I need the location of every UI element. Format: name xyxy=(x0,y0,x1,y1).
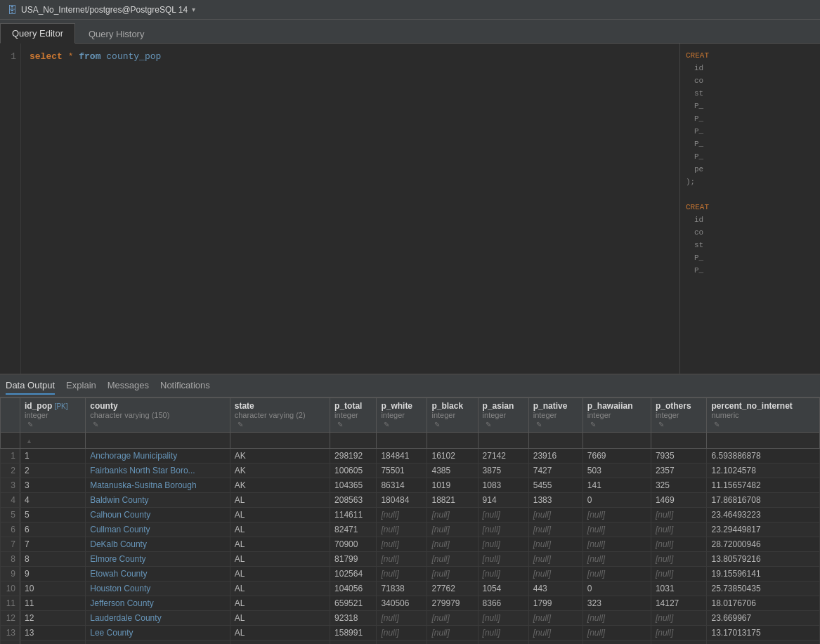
col-edit-icon-p-total[interactable]: ✎ xyxy=(337,421,343,428)
cell-null: [null] xyxy=(427,508,478,523)
dropdown-arrow[interactable]: ▾ xyxy=(192,6,195,13)
cell-null: [null] xyxy=(583,552,651,567)
tab-notifications[interactable]: Notifications xyxy=(160,377,210,395)
editor-area: 1 select * from county_pop xyxy=(0,44,679,374)
scratch-st2: st xyxy=(686,239,814,251)
tab-explain[interactable]: Explain xyxy=(66,377,96,395)
col-edit-icon-p-white[interactable]: ✎ xyxy=(384,421,389,428)
cell-p-total: 81799 xyxy=(330,552,377,567)
cell-null: [null] xyxy=(583,626,651,640)
data-table-container[interactable]: id_pop [PK] integer ✎ county character v… xyxy=(0,397,820,644)
cell-null: [null] xyxy=(583,567,651,581)
table-row: 2 2 Fairbanks North Star Boro... AK 1006… xyxy=(1,464,820,478)
col-edit-icon-p-hawaiian[interactable]: ✎ xyxy=(590,421,596,428)
scratch-p1: P_ xyxy=(686,100,814,112)
col-sort-id-pop[interactable]: ▲ xyxy=(20,433,86,449)
cell-id-pop: 1 xyxy=(20,449,86,464)
cell-p-total: 92753 xyxy=(330,640,377,645)
cell-value: 1799 xyxy=(528,596,583,611)
cell-state: AL xyxy=(230,626,330,640)
bottom-panel: Data Output Explain Messages Notificatio… xyxy=(0,374,820,644)
col-edit-icon-p-asian[interactable]: ✎ xyxy=(486,421,491,428)
code-editor[interactable]: select * from county_pop xyxy=(21,44,679,374)
col-header-id-pop[interactable]: id_pop [PK] integer ✎ xyxy=(20,398,86,433)
col-header-p-total[interactable]: p_total integer ✎ xyxy=(330,398,377,433)
tab-query-editor[interactable]: Query Editor xyxy=(0,23,75,44)
line-number-1: 1 xyxy=(7,49,16,65)
scratch-p3: P_ xyxy=(686,125,814,138)
cell-state: AL xyxy=(230,508,330,523)
col-edit-icon-id-pop[interactable]: ✎ xyxy=(27,421,33,428)
table-row: 9 9 Etowah County AL 102564 [null] [null… xyxy=(1,567,820,581)
cell-value: 340506 xyxy=(377,596,427,611)
table-name: county_pop xyxy=(106,51,161,62)
cell-null: [null] xyxy=(377,611,427,626)
col-sort-state[interactable] xyxy=(230,433,330,449)
cell-null: [null] xyxy=(651,567,707,581)
cell-value: 16102 xyxy=(427,449,478,464)
cell-null: [null] xyxy=(583,508,651,523)
row-number: 9 xyxy=(1,567,20,581)
cell-percent: 16.64366374 xyxy=(707,640,820,645)
cell-null: [null] xyxy=(651,508,707,523)
col-edit-icon-p-native[interactable]: ✎ xyxy=(536,421,542,428)
col-sort-p-black[interactable] xyxy=(427,433,478,449)
col-sort-county[interactable] xyxy=(86,433,230,449)
col-header-p-asian[interactable]: p_asian integer ✎ xyxy=(478,398,528,433)
tab-messages[interactable]: Messages xyxy=(108,377,149,395)
scratch-p5: P_ xyxy=(686,150,814,163)
col-header-percent-no-internet[interactable]: percent_no_internet numeric ✎ xyxy=(707,398,820,433)
col-sort-p-asian[interactable] xyxy=(478,433,528,449)
cell-null: [null] xyxy=(528,626,583,640)
cell-null: [null] xyxy=(478,567,528,581)
cell-county: Fairbanks North Star Boro... xyxy=(86,464,230,478)
cell-null: [null] xyxy=(651,611,707,626)
cell-null: [null] xyxy=(583,537,651,552)
cell-null: [null] xyxy=(478,508,528,523)
col-edit-icon-state[interactable]: ✎ xyxy=(237,421,243,428)
cell-county: Cullman County xyxy=(86,523,230,537)
cell-value: 1083 xyxy=(478,478,528,493)
cell-state: AL xyxy=(230,552,330,567)
col-edit-icon-p-others[interactable]: ✎ xyxy=(658,421,664,428)
col-header-p-native[interactable]: p_native integer ✎ xyxy=(528,398,583,433)
row-number: 8 xyxy=(1,552,20,567)
col-header-state[interactable]: state character varying (2) ✎ xyxy=(230,398,330,433)
cell-value: 23916 xyxy=(528,449,583,464)
col-sort-p-hawaiian[interactable] xyxy=(583,433,651,449)
cell-value: 323 xyxy=(583,596,651,611)
cell-county: Limestone County xyxy=(86,640,230,645)
cell-null: [null] xyxy=(583,611,651,626)
col-sort-percent[interactable] xyxy=(707,433,820,449)
col-sort-p-white[interactable] xyxy=(377,433,427,449)
cell-value: 86314 xyxy=(377,478,427,493)
cell-value: 1054 xyxy=(478,581,528,596)
col-header-p-black[interactable]: p_black integer ✎ xyxy=(427,398,478,433)
row-number: 11 xyxy=(1,596,20,611)
cell-null: [null] xyxy=(478,523,528,537)
cell-value: 75501 xyxy=(377,464,427,478)
table-row: 14 14 Limestone County AL 92753 [null] [… xyxy=(1,640,820,645)
cell-p-total: 104365 xyxy=(330,478,377,493)
cell-value: 325 xyxy=(651,478,707,493)
cell-state: AL xyxy=(230,493,330,508)
col-edit-icon-percent[interactable]: ✎ xyxy=(714,421,720,428)
cell-null: [null] xyxy=(528,640,583,645)
cell-p-total: 208563 xyxy=(330,493,377,508)
col-edit-icon-county[interactable]: ✎ xyxy=(93,421,98,428)
col-header-p-others[interactable]: p_others integer ✎ xyxy=(651,398,707,433)
col-sort-p-native[interactable] xyxy=(528,433,583,449)
cell-value: 7935 xyxy=(651,449,707,464)
row-number: 3 xyxy=(1,478,20,493)
tab-data-output[interactable]: Data Output xyxy=(6,377,55,395)
col-edit-icon-p-black[interactable]: ✎ xyxy=(434,421,440,428)
col-header-county[interactable]: county character varying (150) ✎ xyxy=(86,398,230,433)
col-sort-p-total[interactable] xyxy=(330,433,377,449)
col-header-p-white[interactable]: p_white integer ✎ xyxy=(377,398,427,433)
cell-percent: 6.593886878 xyxy=(707,449,820,464)
cell-p-total: 659521 xyxy=(330,596,377,611)
tab-query-history[interactable]: Query History xyxy=(77,24,156,44)
col-header-p-hawaiian[interactable]: p_hawaiian integer ✎ xyxy=(583,398,651,433)
col-sort-p-others[interactable] xyxy=(651,433,707,449)
cell-state: AL xyxy=(230,611,330,626)
